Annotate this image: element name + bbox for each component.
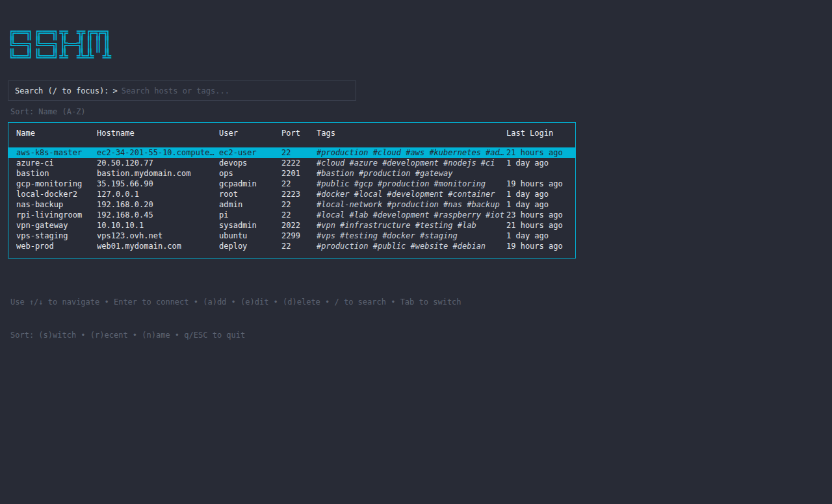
- cell-last-login: 21 hours ago: [506, 220, 575, 231]
- cell-name: vpn-gateway: [16, 220, 97, 231]
- table-row[interactable]: local-docker2 127.0.0.1 root 2223 #docke…: [8, 189, 575, 199]
- cell-last-login: 19 hours ago: [506, 241, 575, 251]
- cell-hostname: vps123.ovh.net: [97, 231, 219, 241]
- cell-name: gcp-monitoring: [16, 179, 97, 189]
- cell-user: ec2-user: [219, 147, 281, 158]
- cell-user: gcpadmin: [219, 179, 281, 189]
- cell-hostname: ec2-34-201-55-10.compute…: [97, 147, 219, 158]
- table-row[interactable]: vps-staging vps123.ovh.net ubuntu 2299 #…: [8, 231, 575, 241]
- table-row[interactable]: aws-k8s-master ec2-34-201-55-10.compute……: [8, 147, 575, 158]
- host-table: Name Hostname User Port Tags Last Login …: [8, 122, 576, 258]
- cell-last-login: 1 day ago: [506, 231, 575, 241]
- table-row[interactable]: gcp-monitoring 35.195.66.90 gcpadmin 22 …: [8, 179, 575, 189]
- cell-tags: #vps #testing #docker #staging: [317, 231, 506, 241]
- table-header: Name Hostname User Port Tags Last Login: [8, 128, 575, 138]
- table-row[interactable]: nas-backup 192.168.0.20 admin 22 #local-…: [8, 199, 575, 210]
- table-row[interactable]: vpn-gateway 10.10.10.1 sysadmin 2022 #vp…: [8, 220, 575, 231]
- cell-name: nas-backup: [16, 199, 97, 210]
- cell-hostname: 127.0.0.1: [97, 189, 219, 199]
- cell-name: aws-k8s-master: [16, 147, 97, 158]
- cell-tags: #vpn #infrastructure #testing #lab: [317, 220, 506, 231]
- cell-name: web-prod: [16, 241, 97, 251]
- search-prompt-icon: >: [113, 86, 118, 95]
- cell-port: 22: [281, 210, 317, 220]
- cell-hostname: bastion.mydomain.com: [97, 168, 219, 179]
- cell-hostname: 20.50.120.77: [97, 158, 219, 168]
- cell-user: devops: [219, 158, 281, 168]
- cell-hostname: 10.10.10.1: [97, 220, 219, 231]
- help-line-navigation: Use ↑/↓ to navigate • Enter to connect •…: [10, 297, 462, 308]
- search-label: Search (/ to focus):: [15, 86, 109, 95]
- cell-port: 22: [281, 241, 317, 251]
- column-header-tags: Tags: [317, 128, 506, 138]
- cell-tags: #cloud #azure #development #nodejs #ci: [317, 158, 506, 168]
- cell-port: 22: [281, 147, 317, 158]
- cell-user: sysadmin: [219, 220, 281, 231]
- table-body: aws-k8s-master ec2-34-201-55-10.compute……: [8, 147, 575, 251]
- column-header-name: Name: [16, 128, 97, 138]
- cell-tags: #local #lab #development #raspberry #iot: [317, 210, 506, 220]
- cell-tags: #production #cloud #aws #kubernetes #ad…: [317, 147, 506, 158]
- cell-last-login: 1 day ago: [506, 158, 575, 168]
- table-row[interactable]: azure-ci 20.50.120.77 devops 2222 #cloud…: [8, 158, 575, 168]
- app-logo-ascii: ╔═╗╔═╗╦ ╦╔╦╗ ╚═╗╚═╗╠═╣║║║ ╚═╝╚═╝╩ ╩╩ ╩: [8, 26, 111, 63]
- column-header-port: Port: [281, 128, 317, 138]
- search-box[interactable]: Search (/ to focus): >: [8, 81, 356, 101]
- cell-last-login: 1 day ago: [506, 189, 575, 199]
- cell-tags: #local-network #production #nas #backup: [317, 199, 506, 210]
- cell-user: ops: [219, 168, 281, 179]
- column-header-hostname: Hostname: [97, 128, 219, 138]
- cell-port: 2222: [281, 158, 317, 168]
- table-row[interactable]: rpi-livingroom 192.168.0.45 pi 22 #local…: [8, 210, 575, 220]
- cell-last-login: 23 hours ago: [506, 210, 575, 220]
- cell-last-login: 1 day ago: [506, 199, 575, 210]
- cell-user: pi: [219, 210, 281, 220]
- cell-user: deploy: [219, 241, 281, 251]
- terminal-screen: ╔═╗╔═╗╦ ╦╔╦╗ ╚═╗╚═╗╠═╣║║║ ╚═╝╚═╝╩ ╩╩ ╩ S…: [0, 0, 832, 504]
- cell-hostname: 192.168.0.45: [97, 210, 219, 220]
- cell-port: 22: [281, 179, 317, 189]
- cell-port: 2022: [281, 220, 317, 231]
- sort-status: Sort: Name (A-Z): [10, 107, 86, 116]
- cell-name: bastion: [16, 168, 97, 179]
- table-row[interactable]: web-prod web01.mydomain.com deploy 22 #p…: [8, 241, 575, 251]
- cell-hostname: web01.mydomain.com: [97, 241, 219, 251]
- cell-port: 22: [281, 199, 317, 210]
- cell-user: admin: [219, 199, 281, 210]
- cell-user: root: [219, 189, 281, 199]
- help-footer: Use ↑/↓ to navigate • Enter to connect •…: [10, 275, 462, 363]
- cell-tags: #docker #local #development #container: [317, 189, 506, 199]
- table-row[interactable]: bastion bastion.mydomain.com ops 2201 #b…: [8, 168, 575, 179]
- cell-port: 2223: [281, 189, 317, 199]
- cell-tags: #bastion #production #gateway: [317, 168, 506, 179]
- cell-last-login: 21 hours ago: [506, 147, 575, 158]
- search-input[interactable]: [122, 86, 349, 95]
- cell-name: vps-staging: [16, 231, 97, 241]
- cell-tags: #public #gcp #production #monitoring: [317, 179, 506, 189]
- cell-hostname: 35.195.66.90: [97, 179, 219, 189]
- cell-name: rpi-livingroom: [16, 210, 97, 220]
- column-header-user: User: [219, 128, 281, 138]
- cell-name: local-docker2: [16, 189, 97, 199]
- cell-port: 2299: [281, 231, 317, 241]
- cell-hostname: 192.168.0.20: [97, 199, 219, 210]
- cell-name: azure-ci: [16, 158, 97, 168]
- help-line-sort: Sort: (s)witch • (r)ecent • (n)ame • q/E…: [10, 330, 462, 341]
- column-header-last-login: Last Login: [506, 128, 575, 138]
- cell-user: ubuntu: [219, 231, 281, 241]
- cell-tags: #production #public #website #debian: [317, 241, 506, 251]
- cell-port: 2201: [281, 168, 317, 179]
- cell-last-login: 19 hours ago: [506, 179, 575, 189]
